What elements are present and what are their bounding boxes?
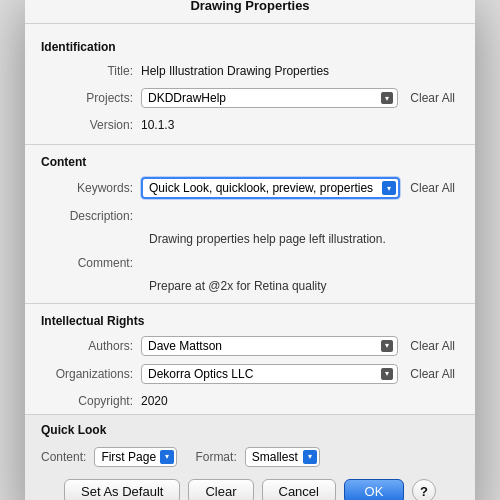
content-label: Content:	[41, 450, 86, 464]
content-select-container: First Page ▾	[94, 447, 177, 467]
format-select-container: Smallest ▾	[245, 447, 320, 467]
version-label: Version:	[41, 118, 141, 132]
intellectual-rights-section-header: Intellectual Rights	[25, 308, 475, 332]
format-label: Format:	[195, 450, 236, 464]
description-row: Description:	[25, 203, 475, 229]
comment-label: Comment:	[41, 256, 141, 270]
identification-content-divider	[25, 144, 475, 145]
authors-row: Authors: Dave Mattson ▾ Clear All	[25, 332, 475, 360]
projects-row: Projects: DKDDrawHelp ▾ Clear All	[25, 84, 475, 112]
projects-select-container: DKDDrawHelp ▾	[141, 88, 398, 108]
keywords-clear-all-button[interactable]: Clear All	[406, 179, 459, 197]
title-label: Title:	[41, 64, 141, 78]
keywords-label: Keywords:	[41, 181, 141, 195]
quick-look-options-row: Content: First Page ▾ Format: Smallest ▾	[41, 443, 459, 471]
comment-value: Prepare at @2x for Retina quality	[25, 276, 475, 297]
organizations-label: Organizations:	[41, 367, 141, 381]
drawing-properties-dialog: Drawing Properties Identification Title:…	[25, 0, 475, 500]
set-as-default-button[interactable]: Set As Default	[64, 479, 180, 500]
description-label: Description:	[41, 209, 141, 223]
description-value: Drawing properties help page left illust…	[25, 229, 475, 250]
authors-select[interactable]: Dave Mattson	[141, 336, 398, 356]
content-select[interactable]: First Page	[94, 447, 177, 467]
title-value: Help Illustration Drawing Properties	[141, 64, 459, 78]
organizations-row: Organizations: Dekorra Optics LLC ▾ Clea…	[25, 360, 475, 388]
identification-section-header: Identification	[25, 34, 475, 58]
projects-label: Projects:	[41, 91, 141, 105]
clear-button[interactable]: Clear	[188, 479, 253, 500]
keywords-input[interactable]	[141, 177, 400, 199]
keywords-row: Keywords: ▾ Clear All	[25, 173, 475, 203]
help-button[interactable]: ?	[412, 479, 436, 500]
projects-select[interactable]: DKDDrawHelp	[141, 88, 398, 108]
dialog-body: Identification Title: Help Illustration …	[25, 24, 475, 500]
button-row: Set As Default Clear Cancel OK ?	[41, 479, 459, 500]
title-row: Title: Help Illustration Drawing Propert…	[25, 58, 475, 84]
organizations-select[interactable]: Dekorra Optics LLC	[141, 364, 398, 384]
authors-label: Authors:	[41, 339, 141, 353]
version-value: 10.1.3	[141, 118, 459, 132]
quick-look-section: Quick Look Content: First Page ▾ Format:…	[25, 414, 475, 500]
cancel-button[interactable]: Cancel	[262, 479, 336, 500]
keywords-input-wrapper: ▾	[141, 177, 400, 199]
projects-clear-all-button[interactable]: Clear All	[406, 89, 459, 107]
authors-select-container: Dave Mattson ▾	[141, 336, 398, 356]
version-row: Version: 10.1.3	[25, 112, 475, 138]
quick-look-header: Quick Look	[41, 423, 459, 443]
comment-row: Comment:	[25, 250, 475, 276]
ok-button[interactable]: OK	[344, 479, 404, 500]
content-section-header: Content	[25, 149, 475, 173]
copyright-value: 2020	[141, 394, 459, 408]
authors-clear-all-button[interactable]: Clear All	[406, 337, 459, 355]
copyright-row: Copyright: 2020	[25, 388, 475, 414]
organizations-select-container: Dekorra Optics LLC ▾	[141, 364, 398, 384]
dialog-title: Drawing Properties	[25, 0, 475, 24]
copyright-label: Copyright:	[41, 394, 141, 408]
format-select[interactable]: Smallest	[245, 447, 320, 467]
content-rights-divider	[25, 303, 475, 304]
organizations-clear-all-button[interactable]: Clear All	[406, 365, 459, 383]
